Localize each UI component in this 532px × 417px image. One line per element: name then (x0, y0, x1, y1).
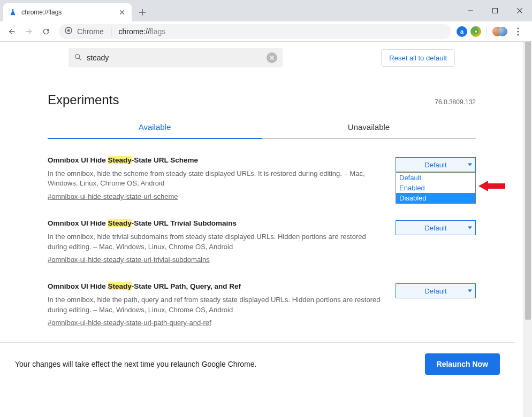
tab-title: chrome://flags (21, 9, 113, 16)
browser-tab[interactable]: chrome://flags (3, 3, 132, 21)
svg-point-7 (517, 34, 519, 35)
flag-title: Omnibox UI Hide Steady-State URL Path, Q… (48, 281, 383, 292)
chrome-page-icon (64, 26, 73, 36)
svg-point-6 (517, 30, 519, 32)
svg-point-2 (67, 29, 70, 32)
page-title: Experiments (48, 92, 119, 107)
flag-description: In the omnibox, hide the scheme from ste… (48, 169, 383, 189)
url-host: chrome:// (118, 27, 149, 36)
flag-anchor-link[interactable]: #omnibox-ui-hide-steady-state-url-trivia… (48, 256, 210, 264)
annotation-arrow-icon (478, 180, 505, 192)
flag-title: Omnibox UI Hide Steady-State URL Scheme (48, 155, 383, 166)
extension-icon-2[interactable] (470, 26, 481, 37)
new-tab-button[interactable] (135, 5, 150, 20)
flag-state-select[interactable]: Default (396, 157, 476, 172)
flag-item: Omnibox UI Hide Steady-State URL Scheme … (48, 139, 476, 202)
svg-point-5 (517, 27, 519, 29)
svg-point-4 (475, 30, 477, 33)
flag-description: In the omnibox, hide trivial subdomains … (48, 232, 383, 252)
extension-icon-1[interactable]: a (457, 26, 467, 37)
scrollbar-thumb[interactable] (525, 42, 531, 320)
reset-all-button[interactable]: Reset all to default (381, 49, 455, 67)
tab-close-button[interactable] (118, 8, 126, 17)
tab-unavailable[interactable]: Unavailable (262, 116, 476, 139)
chevron-down-icon (468, 164, 472, 166)
flag-item: Omnibox UI Hide Steady-State URL Path, Q… (48, 265, 476, 328)
flag-item: Omnibox UI Hide Steady-State URL Trivial… (48, 202, 476, 265)
flag-description: In the omnibox, hide the path, query and… (48, 295, 383, 315)
search-icon (74, 53, 82, 63)
back-button[interactable] (4, 24, 19, 39)
chevron-down-icon (468, 227, 472, 229)
window-minimize-button[interactable] (458, 2, 483, 19)
tab-available[interactable]: Available (48, 116, 262, 139)
chrome-menu-button[interactable] (511, 24, 526, 39)
flag-state-select[interactable]: Default (396, 220, 476, 235)
flask-icon (9, 8, 17, 17)
browser-toolbar: Chrome | chrome://flags a (0, 21, 532, 42)
flag-title: Omnibox UI Hide Steady-State URL Trivial… (48, 218, 383, 229)
window-close-button[interactable] (507, 2, 532, 19)
reload-button[interactable] (39, 24, 54, 39)
flags-search-box[interactable] (69, 48, 283, 67)
dropdown-option-default[interactable]: Default (396, 173, 475, 183)
dropdown-option-disabled[interactable]: Disabled (396, 193, 475, 203)
url-path: flags (150, 27, 166, 36)
chrome-version: 76.0.3809.132 (435, 98, 476, 106)
flags-search-input[interactable] (87, 53, 262, 62)
url-scheme-label: Chrome (77, 27, 104, 36)
address-bar[interactable]: Chrome | chrome://flags (59, 24, 451, 39)
flags-tabs: Available Unavailable (48, 116, 476, 139)
flag-state-select[interactable]: Default (396, 283, 476, 298)
tab-strip: chrome://flags (0, 0, 532, 21)
flag-dropdown-menu: Default Enabled Disabled (396, 172, 476, 204)
profile-avatar[interactable] (492, 26, 507, 37)
relaunch-button[interactable]: Relaunch Now (425, 353, 500, 375)
svg-rect-0 (493, 9, 498, 13)
vertical-scrollbar[interactable] (523, 42, 532, 417)
relaunch-message: Your changes will take effect the next t… (15, 360, 256, 368)
svg-point-8 (75, 54, 80, 58)
forward-button[interactable] (21, 24, 36, 39)
flags-top-bar: Reset all to default (0, 42, 523, 73)
window-maximize-button[interactable] (483, 2, 507, 19)
flag-anchor-link[interactable]: #omnibox-ui-hide-steady-state-url-scheme (48, 192, 178, 200)
clear-search-button[interactable] (267, 52, 277, 63)
chevron-down-icon (468, 290, 472, 292)
flag-anchor-link[interactable]: #omnibox-ui-hide-steady-state-url-path-q… (48, 319, 211, 327)
dropdown-option-enabled[interactable]: Enabled (396, 183, 475, 193)
relaunch-bar: Your changes will take effect the next t… (0, 342, 515, 385)
